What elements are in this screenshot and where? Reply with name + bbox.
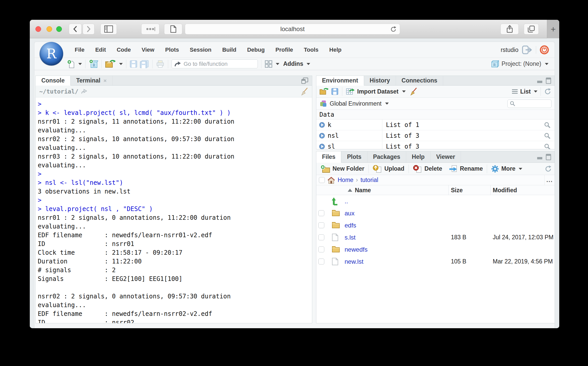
file-row[interactable]: newedfs <box>316 243 555 255</box>
save-workspace-icon[interactable] <box>331 88 338 95</box>
menu-item[interactable]: Profile <box>270 47 298 53</box>
tab-console[interactable]: Console <box>36 76 71 86</box>
expand-object-icon[interactable] <box>319 133 325 139</box>
menu-item[interactable]: File <box>69 47 90 53</box>
refresh-icon[interactable] <box>544 88 552 95</box>
file-row[interactable]: new.lst 105 B Mar 22, 2019, 4:56 PM <box>316 255 555 268</box>
close-window-button[interactable] <box>35 26 41 32</box>
open-file-caret[interactable] <box>119 63 123 65</box>
back-button[interactable] <box>69 24 82 34</box>
tab-plots[interactable]: Plots <box>341 151 367 162</box>
import-dataset-caret[interactable] <box>402 90 406 93</box>
environment-object-row[interactable]: k List of 1 <box>316 120 555 130</box>
column-header-modified[interactable]: Modified <box>493 185 517 195</box>
clear-console-icon[interactable] <box>301 87 308 96</box>
share-button[interactable] <box>500 24 519 34</box>
menu-item[interactable]: Edit <box>90 47 111 53</box>
reload-icon[interactable] <box>390 26 397 33</box>
load-workspace-icon[interactable] <box>319 88 329 95</box>
tab-packages[interactable]: Packages <box>367 151 406 162</box>
save-all-icon[interactable] <box>140 60 149 68</box>
open-file-icon[interactable] <box>105 60 116 68</box>
tab-files[interactable]: Files <box>316 151 341 163</box>
tab-groups-button[interactable] <box>141 24 159 34</box>
sidebar-button[interactable] <box>100 24 117 34</box>
inspect-object-icon[interactable] <box>544 122 551 128</box>
breadcrumb-overflow-button[interactable]: ... <box>544 175 555 185</box>
breadcrumb-home-link[interactable]: Home <box>338 177 353 184</box>
breadcrumb-current-link[interactable]: tutorial <box>361 177 378 184</box>
address-bar[interactable]: localhost <box>185 24 400 34</box>
pane-layout-caret[interactable] <box>276 63 279 65</box>
new-file-caret[interactable] <box>78 63 82 65</box>
new-tab-button[interactable]: + <box>547 20 559 38</box>
refresh-icon[interactable] <box>544 165 552 173</box>
file-checkbox[interactable] <box>318 234 324 240</box>
maximize-pane-icon[interactable] <box>301 77 309 84</box>
menu-item[interactable]: Help <box>324 47 347 53</box>
menu-item[interactable]: Session <box>184 47 217 53</box>
console-output[interactable]: >> k <- leval.project( sl, lcmd( "aux/fo… <box>36 97 312 323</box>
forward-button[interactable] <box>83 24 94 34</box>
view-mode-caret[interactable] <box>534 90 537 93</box>
minimize-pane-icon[interactable] <box>537 154 543 160</box>
expand-object-icon[interactable] <box>319 143 325 150</box>
zoom-window-button[interactable] <box>56 26 62 32</box>
environment-scope-selector[interactable]: Global Environment <box>330 100 382 107</box>
file-name-link[interactable]: edfs <box>345 219 356 231</box>
clear-environment-icon[interactable] <box>410 87 418 96</box>
column-header-name[interactable]: Name <box>348 185 371 195</box>
file-checkbox[interactable] <box>318 222 324 228</box>
new-file-icon[interactable] <box>67 60 75 68</box>
menu-item[interactable]: Build <box>217 47 242 53</box>
environment-object-row[interactable]: nsl List of 3 <box>316 130 555 141</box>
maximize-pane-icon[interactable] <box>545 77 552 84</box>
environment-object-row[interactable]: sl List of 3 <box>316 141 555 149</box>
sign-out-icon[interactable] <box>522 45 532 54</box>
tab-help[interactable]: Help <box>406 151 431 162</box>
view-mode-button[interactable]: List <box>520 88 531 95</box>
scope-caret[interactable] <box>385 103 389 105</box>
tab-environment[interactable]: Environment <box>316 76 364 86</box>
pane-layout-icon[interactable] <box>265 60 272 68</box>
file-name-link[interactable]: aux <box>345 207 355 219</box>
print-icon[interactable] <box>156 60 165 68</box>
inspect-object-icon[interactable] <box>544 143 551 150</box>
file-checkbox[interactable] <box>318 246 324 252</box>
more-button[interactable]: More <box>490 165 523 173</box>
project-menu[interactable]: R Project: (None) <box>491 60 548 68</box>
column-header-size[interactable]: Size <box>451 185 463 195</box>
inspect-object-icon[interactable] <box>544 132 551 139</box>
maximize-pane-icon[interactable] <box>545 154 552 160</box>
minimize-window-button[interactable] <box>46 26 52 32</box>
tab-terminal[interactable]: Terminal× <box>71 76 112 85</box>
menu-item[interactable]: Plots <box>160 47 184 53</box>
select-all-checkbox[interactable] <box>319 177 325 183</box>
addins-caret[interactable] <box>307 63 310 65</box>
new-project-icon[interactable]: R <box>89 59 98 69</box>
open-in-window-icon[interactable] <box>81 89 87 94</box>
file-checkbox[interactable] <box>318 210 324 216</box>
expand-object-icon[interactable] <box>319 122 325 128</box>
addins-button[interactable]: Addins <box>283 60 303 67</box>
reader-page-button[interactable] <box>164 24 182 34</box>
menu-item[interactable]: Tools <box>298 47 324 53</box>
file-row[interactable]: edfs <box>316 219 555 231</box>
environment-search-input[interactable] <box>507 99 552 108</box>
file-row[interactable]: aux <box>316 207 555 219</box>
menu-item[interactable]: Code <box>111 47 136 53</box>
menu-item[interactable]: View <box>136 47 160 53</box>
quit-session-icon[interactable] <box>540 45 549 54</box>
menu-item[interactable]: Debug <box>242 47 270 53</box>
file-name-link[interactable]: newedfs <box>345 243 367 255</box>
minimize-pane-icon[interactable] <box>537 78 543 84</box>
tab-connections[interactable]: Connections <box>396 76 443 85</box>
save-icon[interactable] <box>130 60 137 68</box>
tab-history[interactable]: History <box>364 76 396 85</box>
terminal-close-icon[interactable]: × <box>103 78 107 84</box>
file-name-link[interactable]: .. <box>345 195 348 207</box>
file-row[interactable]: s.lst 183 B Jul 24, 2017, 12:03 PM <box>316 231 555 243</box>
goto-file-input[interactable]: Go to file/function <box>172 59 258 68</box>
tab-overview-button[interactable] <box>524 24 539 34</box>
file-name-link[interactable]: new.lst <box>345 255 363 268</box>
